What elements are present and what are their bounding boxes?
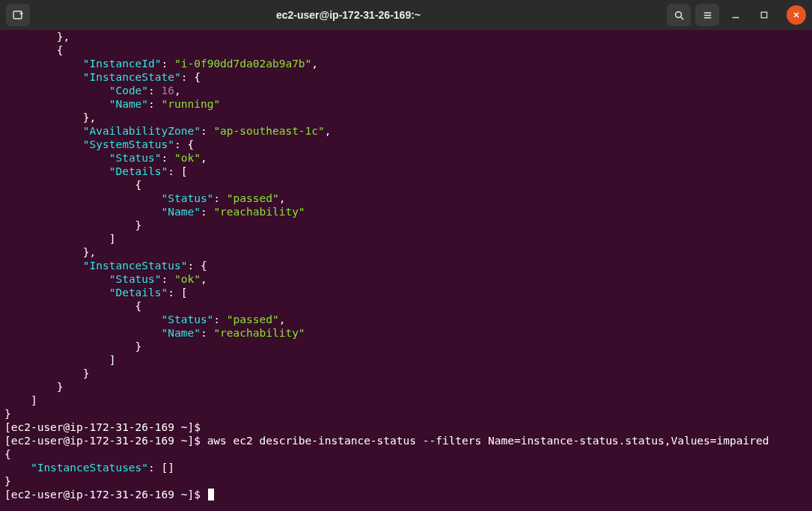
window-title: ec2-user@ip-172-31-26-169:~ (30, 9, 667, 21)
title-bar: ec2-user@ip-172-31-26-169:~ (0, 0, 812, 30)
hamburger-icon (702, 10, 713, 21)
json-value: "ap-southeast-1c" (213, 125, 324, 137)
minimize-icon (730, 10, 741, 20)
json-key: "InstanceId" (83, 58, 162, 70)
cursor (208, 489, 214, 501)
maximize-button[interactable] (752, 4, 776, 26)
close-icon (792, 10, 801, 19)
json-value: "reachability" (213, 206, 305, 218)
json-value: "ok" (174, 273, 201, 285)
json-value: 16 (162, 85, 174, 97)
maximize-icon (760, 10, 769, 19)
shell-prompt: [ec2-user@ip-172-31-26-169 ~]$ (4, 489, 207, 501)
json-value: "reachability" (213, 327, 305, 339)
close-button[interactable] (787, 5, 806, 25)
json-key: "Name" (162, 327, 201, 339)
json-key: "Details" (109, 165, 168, 177)
json-key: "Status" (109, 273, 162, 285)
json-value: "i-0f90dd7da02ab9a7b" (174, 58, 311, 70)
svg-point-3 (675, 11, 681, 17)
json-key: "Code" (109, 85, 148, 97)
json-value: "passed" (227, 192, 279, 204)
shell-command: aws ec2 describe-instance-status --filte… (207, 435, 769, 447)
json-key: "InstanceState" (83, 71, 181, 83)
json-key: "Name" (109, 98, 148, 110)
json-key: "InstanceStatuses" (31, 462, 148, 474)
new-tab-icon (12, 9, 24, 21)
shell-prompt: [ec2-user@ip-172-31-26-169 ~]$ (4, 421, 207, 433)
json-value: "ok" (174, 152, 201, 164)
minimize-button[interactable] (724, 4, 748, 26)
json-key: "AvailabilityZone" (83, 125, 201, 137)
new-tab-button[interactable] (6, 4, 30, 26)
svg-line-4 (680, 16, 683, 19)
shell-prompt: [ec2-user@ip-172-31-26-169 ~]$ (4, 435, 207, 447)
json-value: "running" (162, 98, 221, 110)
svg-rect-0 (13, 11, 22, 19)
json-key: "Status" (109, 152, 162, 164)
json-key: "SystemStatus" (83, 138, 174, 150)
menu-button[interactable] (695, 4, 719, 26)
json-key: "Status" (162, 313, 214, 325)
json-key: "Name" (162, 206, 201, 218)
json-key: "Status" (162, 192, 214, 204)
search-icon (674, 10, 685, 21)
svg-rect-9 (761, 12, 767, 18)
search-button[interactable] (667, 4, 691, 26)
json-value: "passed" (227, 313, 279, 325)
json-key: "Details" (109, 287, 168, 299)
json-key: "InstanceStatus" (83, 260, 188, 272)
terminal-output[interactable]: }, { "InstanceId": "i-0f90dd7da02ab9a7b"… (0, 30, 812, 511)
